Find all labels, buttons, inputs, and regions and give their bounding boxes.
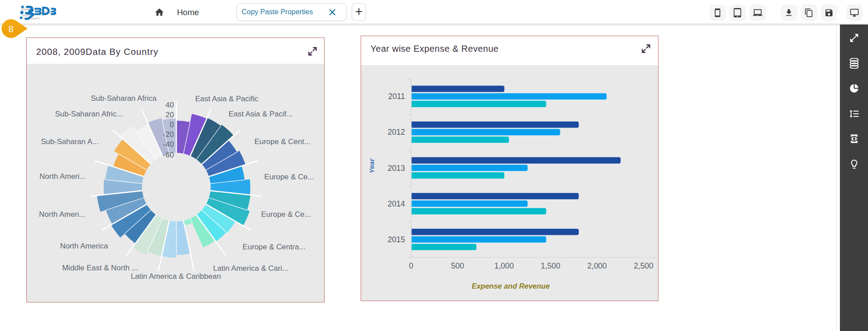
svg-text:2012: 2012 xyxy=(387,128,405,137)
svg-text:2011: 2011 xyxy=(388,92,405,101)
svg-text:Europe & Ce...: Europe & Ce... xyxy=(261,210,311,218)
svg-text:40: 40 xyxy=(165,101,174,109)
svg-text:North Ameri...: North Ameri... xyxy=(39,210,85,218)
svg-text:Sub-Saharan Afric...: Sub-Saharan Afric... xyxy=(55,109,123,118)
svg-text:1,500: 1,500 xyxy=(541,261,560,270)
svg-text:2,500: 2,500 xyxy=(634,261,653,270)
svg-text:2,000: 2,000 xyxy=(587,261,607,270)
svg-text:Sub-Saharan A...: Sub-Saharan A... xyxy=(41,137,98,145)
svg-text:20: 20 xyxy=(165,111,174,119)
svg-text:North Ameri...: North Ameri... xyxy=(39,172,86,180)
svg-text:North America: North America xyxy=(60,241,108,250)
svg-text:-40: -40 xyxy=(163,140,174,148)
svg-text:Year: Year xyxy=(367,158,375,173)
svg-text:Europe & Ce...: Europe & Ce... xyxy=(264,172,314,181)
svg-text:0: 0 xyxy=(169,120,174,128)
svg-text:Latin America & Caribbean: Latin America & Caribbean xyxy=(131,272,221,280)
svg-text:1,000: 1,000 xyxy=(494,261,514,270)
svg-text:0: 0 xyxy=(409,261,413,270)
svg-text:Europe & Centra...: Europe & Centra... xyxy=(243,242,305,251)
svg-text:2014: 2014 xyxy=(387,199,405,208)
svg-text:2013: 2013 xyxy=(387,163,405,172)
svg-text:500: 500 xyxy=(451,261,464,270)
svg-text:Europe & Cent...: Europe & Cent... xyxy=(254,137,310,145)
svg-text:East Asia & Pacif...: East Asia & Pacif... xyxy=(228,109,292,118)
svg-text:Expense and Revenue: Expense and Revenue xyxy=(471,282,549,290)
svg-text:2015: 2015 xyxy=(387,235,405,244)
svg-text:-20: -20 xyxy=(163,130,174,138)
svg-text:Middle East & North ...: Middle East & North ... xyxy=(62,263,138,272)
svg-text:-60: -60 xyxy=(163,151,174,159)
svg-text:8: 8 xyxy=(8,24,14,34)
svg-text:East Asia & Pacific: East Asia & Pacific xyxy=(195,94,258,103)
svg-text:Latin America & Cari...: Latin America & Cari... xyxy=(213,264,288,272)
svg-text:Sub-Saharan Africa: Sub-Saharan Africa xyxy=(91,94,156,102)
